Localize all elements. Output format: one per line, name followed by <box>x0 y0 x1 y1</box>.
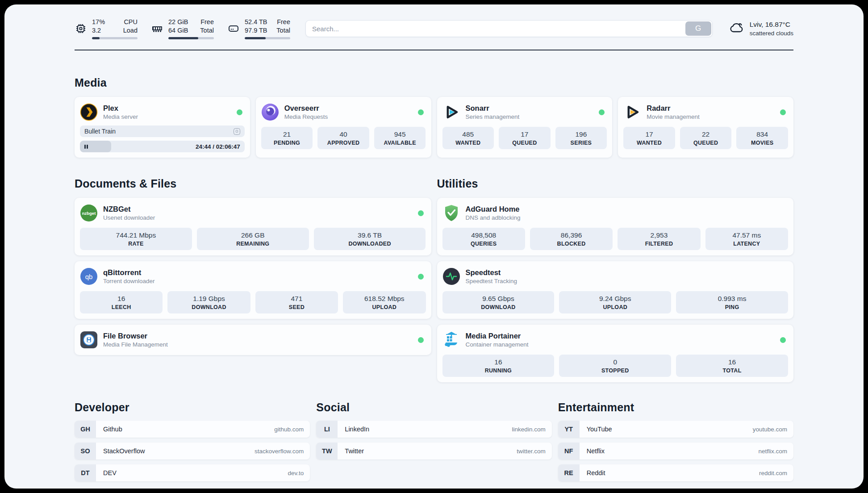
app-description: Series management <box>466 113 594 120</box>
bookmark-github[interactable]: GH Github github.com <box>75 421 310 438</box>
app-card-nzbget[interactable]: nzbget NZBGet Usenet downloader 74 <box>75 198 431 255</box>
storage-free-label: Free <box>276 18 290 26</box>
stat-pending: 21 PENDING <box>261 127 313 149</box>
search-engine-button[interactable]: G <box>685 21 711 36</box>
stat-blocked: 86,396 BLOCKED <box>530 228 613 250</box>
search-input[interactable] <box>305 20 713 37</box>
dashboard-page: 17% 3.2 CPU Load <box>4 4 864 489</box>
stat-movies: 834 MOVIES <box>736 127 788 149</box>
app-description: Media server <box>103 113 231 120</box>
storage-stat: 52.4 TB 97.9 TB Free Total <box>227 18 290 39</box>
memory-free-value: 22 GiB <box>168 18 188 26</box>
bookmark-url: linkedin.com <box>512 421 552 438</box>
app-card-radarr[interactable]: Radarr Movie management 17 WANTED 22 QUE… <box>618 97 793 158</box>
header: 17% 3.2 CPU Load <box>75 17 793 40</box>
status-online-dot <box>780 337 786 343</box>
app-card-qbittorrent[interactable]: qb qBittorrent Torrent downloader <box>75 261 431 319</box>
bookmark-name: StackOverflow <box>96 443 255 460</box>
cpu-label: CPU <box>123 18 138 26</box>
app-name: File Browser <box>103 332 413 340</box>
overseerr-icon <box>261 103 279 121</box>
bookmark-name: Reddit <box>580 464 759 481</box>
bookmark-linkedin[interactable]: LI LinkedIn linkedin.com <box>316 421 551 438</box>
now-playing-title-row: Bullet Train <box>80 125 245 137</box>
status-online-dot <box>418 274 424 280</box>
stat-queries: 498,508 QUERIES <box>442 228 525 250</box>
cpu-progress-bar <box>92 37 138 39</box>
stat-remaining: 266 GB REMAINING <box>197 228 309 250</box>
app-name: Media Portainer <box>466 332 775 340</box>
cpu-load-label: Load <box>123 26 138 35</box>
section-title-developer: Developer <box>75 401 310 414</box>
adguard-icon <box>442 204 460 222</box>
status-online-dot <box>237 109 242 115</box>
bookmark-dev[interactable]: DT DEV dev.to <box>75 464 310 481</box>
filebrowser-icon <box>80 331 98 349</box>
section-title-entertainment: Entertainment <box>558 401 793 414</box>
section-social: Social LI LinkedIn linkedin.com TW Twitt… <box>316 401 551 481</box>
bookmark-abbr: DT <box>75 464 96 481</box>
system-stats: 17% 3.2 CPU Load <box>75 18 290 39</box>
app-name: Speedtest <box>466 268 789 277</box>
app-description: Movie management <box>647 113 775 120</box>
stat-downloaded: 39.6 TB DOWNLOADED <box>314 228 426 250</box>
bookmark-abbr: GH <box>75 421 96 438</box>
memory-total-value: 64 GiB <box>168 26 188 35</box>
stat-leech: 16 LEECH <box>80 291 163 313</box>
app-description: Torrent downloader <box>103 278 413 284</box>
stat-available: 945 AVAILABLE <box>374 127 426 149</box>
app-name: Sonarr <box>466 104 594 113</box>
cpu-load-value: 3.2 <box>92 26 105 35</box>
app-card-speedtest[interactable]: Speedtest Speedtest Tracking 9.65 Gbps D… <box>437 261 794 319</box>
bookmark-stackoverflow[interactable]: SO StackOverflow stackoverflow.com <box>75 443 310 460</box>
svg-text:qb: qb <box>85 273 93 280</box>
bookmark-name: Netflix <box>580 443 759 460</box>
stat-ping: 0.993 ms PING <box>676 291 788 313</box>
stat-wanted: 17 WANTED <box>623 127 675 149</box>
app-card-sonarr[interactable]: Sonarr Series management 485 WANTED 17 Q… <box>437 97 613 158</box>
app-name: NZBGet <box>103 205 413 213</box>
app-description: Container management <box>466 341 775 348</box>
search-bar: G <box>305 20 713 37</box>
bookmark-url: youtube.com <box>753 421 793 438</box>
section-title-utilities: Utilities <box>437 177 794 190</box>
weather-location-temp: Lviv, 16.87°C <box>750 21 793 29</box>
status-online-dot <box>418 337 424 343</box>
now-playing-progress: 24:44 / 02:06:47 <box>80 141 245 152</box>
stat-download: 9.65 Gbps DOWNLOAD <box>442 291 555 313</box>
cpu-icon <box>75 22 87 35</box>
stat-running: 16 RUNNING <box>442 355 555 377</box>
bookmark-name: YouTube <box>580 421 753 438</box>
app-card-plex[interactable]: Plex Media server Bullet Train 24:44 / <box>75 97 250 158</box>
stat-queued: 17 QUEUED <box>499 127 551 149</box>
bookmark-url: reddit.com <box>759 464 793 481</box>
stat-seed: 471 SEED <box>255 291 338 313</box>
weather-widget[interactable]: Lviv, 16.87°C scattered clouds <box>729 20 793 37</box>
app-card-filebrowser[interactable]: File Browser Media File Management <box>75 325 431 355</box>
app-name: qBittorrent <box>103 268 413 277</box>
bookmark-netflix[interactable]: NF Netflix netflix.com <box>558 443 793 460</box>
bookmark-reddit[interactable]: RE Reddit reddit.com <box>558 464 793 481</box>
storage-total-value: 97.9 TB <box>245 26 267 35</box>
app-card-overseerr[interactable]: Overseerr Media Requests 21 PENDING 40 A… <box>256 97 431 158</box>
bookmark-url: stackoverflow.com <box>255 443 310 460</box>
qbittorrent-icon: qb <box>80 267 98 285</box>
stat-rate: 744.21 Mbps RATE <box>80 228 192 250</box>
portainer-icon <box>442 331 460 349</box>
status-online-dot <box>418 109 424 115</box>
app-card-portainer[interactable]: Media Portainer Container management 16 … <box>437 325 794 382</box>
header-divider <box>75 50 793 50</box>
memory-progress-bar <box>168 37 214 39</box>
bookmark-name: Github <box>96 421 274 438</box>
storage-icon <box>227 22 240 35</box>
stat-upload: 9.24 Gbps UPLOAD <box>559 291 671 313</box>
stat-upload: 618.52 Mbps UPLOAD <box>343 291 426 313</box>
app-card-adguard[interactable]: AdGuard Home DNS and adblocking 498,508 … <box>437 198 794 255</box>
cpu-stat: 17% 3.2 CPU Load <box>75 18 138 39</box>
bookmark-url: netflix.com <box>758 443 793 460</box>
app-name: Plex <box>103 104 231 113</box>
dashboard-screen: 17% 3.2 CPU Load <box>0 0 868 493</box>
bookmark-twitter[interactable]: TW Twitter twitter.com <box>316 443 551 460</box>
bookmark-youtube[interactable]: YT YouTube youtube.com <box>558 421 793 438</box>
memory-total-label: Total <box>200 26 214 35</box>
